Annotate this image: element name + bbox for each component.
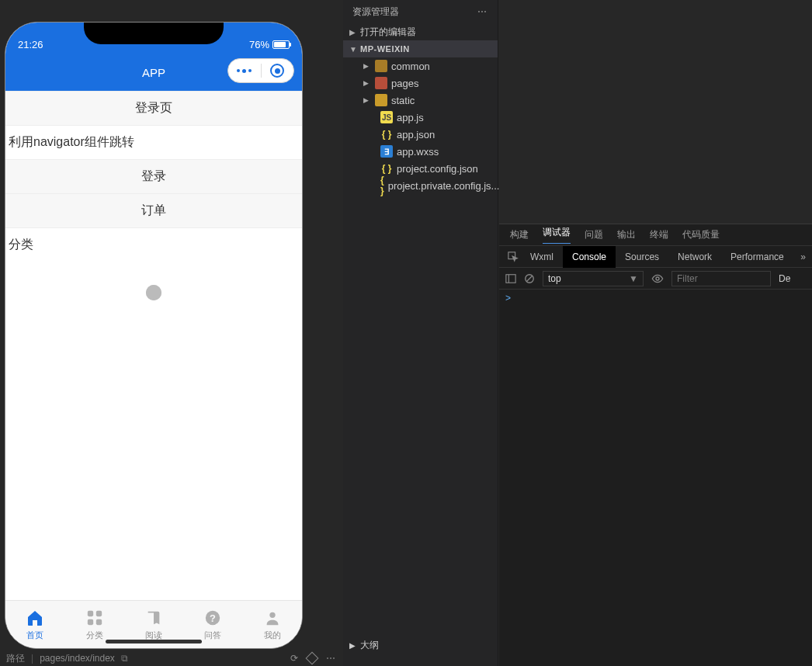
levels-label-truncated: De — [779, 273, 790, 284]
context-label: top — [548, 273, 561, 284]
simulator-device: 21:26 76% APP 登录页 利用navigator组件跳转 登录 订单 … — [5, 22, 303, 649]
tab-build[interactable]: 构建 — [510, 228, 529, 241]
explorer-outline[interactable]: ▶ 大纲 — [349, 639, 379, 652]
more-icon[interactable]: ⋯ — [326, 653, 337, 664]
tab-output[interactable]: 输出 — [617, 228, 636, 241]
folder-icon — [375, 60, 387, 72]
tree-label: pages — [391, 78, 418, 89]
question-icon: ? — [203, 608, 223, 628]
tab-home[interactable]: 首页 — [5, 601, 64, 648]
tree-label: app.wxss — [397, 146, 439, 158]
svg-point-6 — [269, 612, 275, 618]
tree-file[interactable]: { }project.config.json — [354, 160, 498, 177]
tab-network[interactable]: Network — [668, 246, 721, 268]
live-expression-button[interactable] — [651, 272, 664, 285]
home-indicator — [106, 640, 202, 643]
chevron-right-icon: ▶ — [363, 62, 371, 70]
status-battery: 76% — [249, 39, 290, 50]
tab-debugger[interactable]: 调试器 — [543, 226, 571, 244]
list-item[interactable]: 分类 — [5, 227, 302, 262]
tab-bar: 首页 分类 阅读 ? 问答 我的 — [5, 600, 302, 648]
devtools-inner-tabs: Wxml Console Sources Network Performance… — [499, 246, 812, 268]
battery-icon — [272, 40, 290, 49]
tab-performance[interactable]: Performance — [721, 246, 793, 268]
tab-wxml[interactable]: Wxml — [521, 246, 563, 268]
capsule-menu-button[interactable] — [228, 69, 261, 73]
tab-codequality[interactable]: 代码质量 — [682, 228, 720, 241]
status-label: 路径 — [6, 652, 25, 665]
tree-file[interactable]: ∃app.wxss — [354, 143, 498, 160]
user-icon — [262, 608, 283, 628]
section-label: 大纲 — [360, 639, 379, 652]
json-file-icon: { } — [380, 179, 384, 192]
tree-file[interactable]: { }app.json — [354, 126, 498, 143]
list-item[interactable]: 订单 — [5, 193, 302, 227]
device-notch — [84, 23, 224, 44]
tab-console[interactable]: Console — [563, 246, 616, 268]
svg-rect-0 — [87, 611, 92, 616]
context-selector[interactable]: top ▼ — [543, 271, 644, 286]
folder-icon — [375, 77, 387, 89]
list-item[interactable]: 登录页 — [5, 91, 302, 125]
copy-icon[interactable]: ⧉ — [121, 653, 128, 664]
more-actions-button[interactable]: ⋯ — [477, 6, 488, 17]
list-item-label: 订单 — [141, 203, 166, 219]
tab-me[interactable]: 我的 — [243, 601, 302, 648]
chevron-right-icon: ▶ — [349, 641, 356, 650]
explorer-header: 资源管理器 ⋯ — [343, 0, 498, 23]
tree-folder[interactable]: ▶common — [354, 57, 498, 75]
explorer-title: 资源管理器 — [352, 5, 399, 19]
devtools-outer-tabs: 构建 调试器 问题 输出 终端 代码质量 — [499, 224, 812, 246]
tab-problems[interactable]: 问题 — [585, 228, 603, 241]
toggle-sidebar-button[interactable] — [505, 273, 516, 284]
chevron-down-icon: ▼ — [349, 45, 357, 54]
tab-terminal[interactable]: 终端 — [650, 228, 668, 241]
grid-icon — [85, 608, 105, 628]
refresh-icon[interactable]: ⟳ — [290, 653, 298, 664]
tree-folder[interactable]: ▶static — [354, 92, 498, 109]
svg-text:?: ? — [210, 612, 217, 624]
json-file-icon: { } — [380, 162, 393, 175]
capsule-close-button[interactable] — [262, 64, 294, 78]
list-item[interactable]: 登录 — [5, 159, 302, 193]
book-icon — [144, 608, 164, 628]
inspect-element-button[interactable] — [505, 251, 521, 262]
tree-label: app.json — [397, 129, 435, 140]
explorer-root[interactable]: ▼ MP-WEIXIN — [343, 40, 498, 57]
console-output[interactable]: > — [499, 290, 812, 307]
js-file-icon: JS — [380, 111, 393, 123]
tree-label: project.private.config.js... — [388, 180, 500, 192]
tree-label: project.config.json — [397, 163, 478, 175]
chevron-down-icon: ▼ — [629, 273, 638, 284]
tree-file[interactable]: { }project.private.config.js... — [354, 177, 498, 194]
filter-input[interactable] — [671, 271, 771, 286]
tree-folder[interactable]: ▶pages — [354, 75, 498, 92]
tab-label: 分类 — [86, 630, 103, 641]
capsule-button — [227, 58, 294, 83]
target-icon — [270, 64, 284, 78]
more-tabs-button[interactable]: » — [794, 251, 812, 262]
wxss-file-icon: ∃ — [380, 145, 393, 158]
nav-bar: APP — [5, 54, 302, 91]
devtools-panel: 构建 调试器 问题 输出 终端 代码质量 Wxml Console Source… — [499, 224, 812, 666]
list-item[interactable]: 利用navigator组件跳转 — [5, 125, 302, 159]
tab-label: 问答 — [204, 630, 221, 641]
status-path[interactable]: pages/index/index — [40, 653, 115, 664]
list-item-label: 利用navigator组件跳转 — [9, 134, 134, 151]
section-label: 打开的编辑器 — [360, 26, 416, 39]
tree-label: app.js — [397, 112, 424, 123]
tab-sources[interactable]: Sources — [616, 246, 668, 268]
svg-rect-8 — [506, 274, 515, 283]
folder-icon — [375, 94, 387, 106]
svg-point-12 — [656, 277, 659, 280]
console-prompt-icon: > — [505, 293, 511, 304]
explorer-open-editors[interactable]: ▶ 打开的编辑器 — [343, 23, 498, 40]
list-item-label: 分类 — [9, 237, 33, 253]
clear-console-button[interactable] — [524, 273, 535, 284]
simulator-page: 登录页 利用navigator组件跳转 登录 订单 分类 — [5, 91, 302, 600]
json-file-icon: { } — [380, 128, 393, 140]
git-icon[interactable] — [306, 652, 319, 665]
home-icon — [25, 608, 45, 628]
tab-label: 我的 — [264, 630, 281, 641]
tree-file[interactable]: JSapp.js — [354, 109, 498, 126]
